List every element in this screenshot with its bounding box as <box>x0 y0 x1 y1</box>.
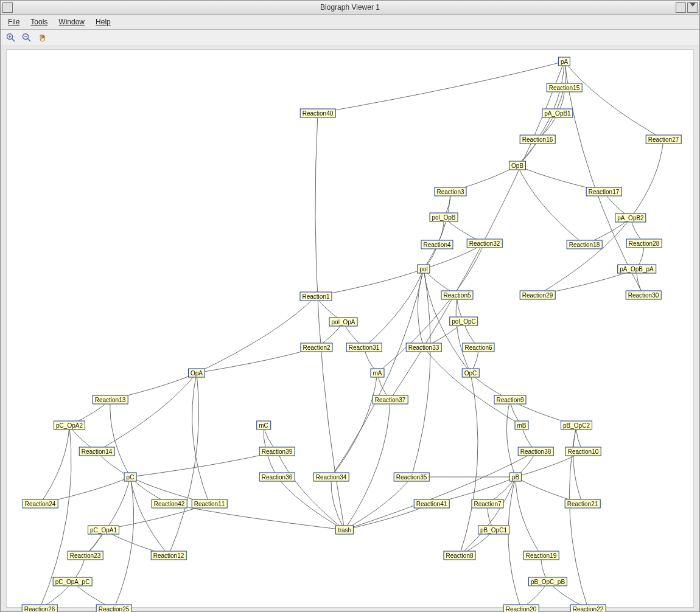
node-Reaction8[interactable]: Reaction8 <box>443 551 475 560</box>
app-window: Biograph Viewer 1 File Tools Window Help… <box>0 0 700 612</box>
node-Reaction9[interactable]: Reaction9 <box>494 395 526 405</box>
node-trash[interactable]: trash <box>335 526 354 535</box>
menu-tools[interactable]: Tools <box>30 18 47 26</box>
edge-Reaction29-pA_OpB2 <box>537 218 631 295</box>
edge-Reaction33-mB <box>424 347 522 425</box>
edge-pC-Reaction23 <box>85 477 130 555</box>
node-Reaction41[interactable]: Reaction41 <box>414 499 450 509</box>
node-Reaction25[interactable]: Reaction25 <box>96 605 132 613</box>
node-mC[interactable]: mC <box>256 421 271 430</box>
maximize-icon[interactable] <box>676 2 686 13</box>
node-pC_OpA_pC[interactable]: pC_OpA_pC <box>53 577 93 586</box>
node-Reaction15[interactable]: Reaction15 <box>547 83 583 92</box>
edge-Reaction24-pC_OpA2 <box>40 425 69 504</box>
node-Reaction7[interactable]: Reaction7 <box>471 499 503 509</box>
node-Reaction34[interactable]: Reaction34 <box>313 473 349 482</box>
edge-pol-Reaction35 <box>411 269 430 477</box>
graph-canvas[interactable]: pAReaction15pA_OpB1Reaction16Reaction27R… <box>6 49 694 608</box>
node-Reaction3[interactable]: Reaction3 <box>434 187 466 196</box>
node-pA_OpB1[interactable]: pA_OpB1 <box>542 109 573 118</box>
node-Reaction24[interactable]: Reaction24 <box>23 499 58 509</box>
node-Reaction38[interactable]: Reaction38 <box>518 447 554 456</box>
node-Reaction12[interactable]: Reaction12 <box>151 551 187 560</box>
minimize-icon[interactable] <box>2 2 13 13</box>
node-Reaction21[interactable]: Reaction21 <box>565 499 601 509</box>
node-pA_OpB_pA[interactable]: pA_OpB_pA <box>617 265 656 274</box>
node-pB_OpC_pB[interactable]: pB_OpC_pB <box>528 577 567 586</box>
edge-Reaction8-OpC <box>460 373 478 555</box>
node-Reaction11[interactable]: Reaction11 <box>192 499 228 509</box>
svg-line-5 <box>28 39 31 42</box>
node-Reaction39[interactable]: Reaction39 <box>259 447 295 456</box>
edges-layer <box>7 50 693 607</box>
node-Reaction33[interactable]: Reaction33 <box>406 343 442 352</box>
node-OpB[interactable]: OpB <box>509 161 526 170</box>
node-pol[interactable]: pol <box>417 265 430 274</box>
edge-pol-Reaction1 <box>316 269 424 296</box>
node-mB[interactable]: mB <box>515 421 529 430</box>
edge-Reaction12-OpA <box>169 373 199 555</box>
edge-Reaction34-trash <box>331 477 345 530</box>
node-Reaction31[interactable]: Reaction31 <box>346 343 382 352</box>
node-Reaction20[interactable]: Reaction20 <box>503 605 539 613</box>
node-pC[interactable]: pC <box>124 473 137 482</box>
node-pC_OpA1[interactable]: pC_OpA1 <box>88 526 119 535</box>
node-Reaction14[interactable]: Reaction14 <box>79 447 115 456</box>
node-Reaction16[interactable]: Reaction16 <box>520 135 556 144</box>
node-Reaction23[interactable]: Reaction23 <box>68 551 103 560</box>
node-Reaction32[interactable]: Reaction32 <box>467 239 503 248</box>
node-Reaction36[interactable]: Reaction36 <box>259 473 295 482</box>
node-Reaction5[interactable]: Reaction5 <box>441 291 473 300</box>
node-Reaction6[interactable]: Reaction6 <box>462 343 494 352</box>
node-Reaction2[interactable]: Reaction2 <box>300 343 332 352</box>
toolbar <box>1 30 699 46</box>
pan-hand-icon[interactable] <box>37 32 48 43</box>
zoom-out-icon[interactable] <box>21 32 32 43</box>
node-Reaction26[interactable]: Reaction26 <box>22 605 58 613</box>
window-title: Biograph Viewer 1 <box>320 3 380 12</box>
svg-line-1 <box>12 39 15 42</box>
edge-Reaction32-mA <box>377 243 485 373</box>
node-Reaction10[interactable]: Reaction10 <box>565 447 601 456</box>
edge-Reaction31-pol <box>364 269 424 347</box>
node-mA[interactable]: mA <box>371 369 385 378</box>
menu-file[interactable]: File <box>8 18 19 26</box>
edge-Reaction2-OpA <box>197 347 317 373</box>
edge-Reaction39-pC <box>130 451 277 477</box>
node-pB[interactable]: pB <box>509 473 522 482</box>
menu-help[interactable]: Help <box>96 18 111 26</box>
node-OpC[interactable]: OpC <box>462 369 480 378</box>
node-Reaction18[interactable]: Reaction18 <box>567 240 603 249</box>
menu-window[interactable]: Window <box>58 18 85 26</box>
node-Reaction1[interactable]: Reaction1 <box>299 292 332 301</box>
node-Reaction30[interactable]: Reaction30 <box>626 291 662 300</box>
menu-overflow-icon[interactable] <box>690 2 696 7</box>
node-Reaction27[interactable]: Reaction27 <box>646 135 682 144</box>
node-pol_OpA[interactable]: pol_OpA <box>329 318 358 327</box>
node-Reaction17[interactable]: Reaction17 <box>586 187 622 196</box>
node-pB_OpC2[interactable]: pB_OpC2 <box>561 421 592 430</box>
edge-OpA-Reaction1 <box>197 296 316 373</box>
node-Reaction40[interactable]: Reaction40 <box>300 109 336 118</box>
node-Reaction4[interactable]: Reaction4 <box>421 240 453 249</box>
node-pA_OpB2[interactable]: pA_OpB2 <box>615 214 646 223</box>
node-Reaction13[interactable]: Reaction13 <box>93 395 128 405</box>
node-pol_OpC[interactable]: pol_OpC <box>449 317 478 326</box>
node-pB_OpC1[interactable]: pB_OpC1 <box>478 526 509 535</box>
node-OpA[interactable]: OpA <box>188 369 205 378</box>
node-pC_OpA2[interactable]: pC_OpA2 <box>54 421 85 430</box>
node-pol_OpB[interactable]: pol_OpB <box>430 213 458 222</box>
node-Reaction28[interactable]: Reaction28 <box>626 239 662 248</box>
titlebar: Biograph Viewer 1 <box>1 1 699 15</box>
node-Reaction22[interactable]: Reaction22 <box>570 605 606 613</box>
edge-Reaction8-pB <box>460 477 516 555</box>
node-Reaction29[interactable]: Reaction29 <box>520 291 556 300</box>
node-Reaction35[interactable]: Reaction35 <box>394 473 430 482</box>
node-Reaction42[interactable]: Reaction42 <box>152 499 187 509</box>
node-Reaction37[interactable]: Reaction37 <box>373 395 408 405</box>
node-pA[interactable]: pA <box>558 57 570 66</box>
node-Reaction19[interactable]: Reaction19 <box>523 551 559 560</box>
edge-pol-Reaction3 <box>424 192 450 269</box>
menubar: File Tools Window Help <box>1 15 699 30</box>
zoom-in-icon[interactable] <box>5 32 16 43</box>
